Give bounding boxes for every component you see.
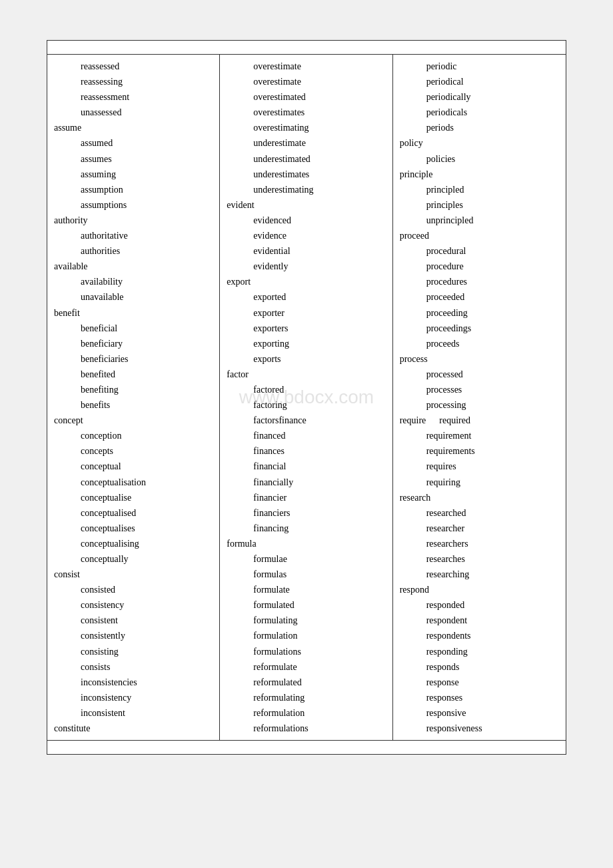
list-item: overestimate xyxy=(253,74,385,89)
list-item: benefits xyxy=(81,397,213,413)
list-item: consistently xyxy=(81,628,213,643)
list-item: factoring xyxy=(253,397,385,413)
list-item: formulae xyxy=(253,551,385,567)
list-item: factorsfinance xyxy=(253,413,385,428)
list-item: benefiting xyxy=(81,382,213,397)
list-item: formulas xyxy=(253,567,385,582)
list-item: procedure xyxy=(426,259,559,274)
list-item: financier xyxy=(253,490,385,505)
list-item: consisting xyxy=(81,644,213,659)
list-item: inconsistency xyxy=(81,690,213,705)
list-item: underestimated xyxy=(253,151,385,167)
list-item: requirements xyxy=(426,443,559,459)
list-item: periodically xyxy=(426,89,559,105)
list-item: responds xyxy=(426,659,559,675)
list-item: respondent xyxy=(426,613,559,628)
list-item: procedural xyxy=(426,243,559,259)
list-item: exporter xyxy=(253,305,385,321)
list-item: conceptual xyxy=(81,459,213,474)
list-item: requirement xyxy=(426,428,559,443)
list-item: underestimate xyxy=(253,135,385,151)
list-item: proceeded xyxy=(426,289,559,305)
list-item: conceptualises xyxy=(81,521,213,536)
list-item: policy xyxy=(400,135,559,151)
list-item: factored xyxy=(253,382,385,397)
column-3: periodic periodical periodically periodi… xyxy=(393,55,566,740)
list-item: consist xyxy=(54,567,213,582)
list-item: evidently xyxy=(253,259,385,274)
list-item: inconsistent xyxy=(81,705,213,721)
list-item: formulate xyxy=(253,582,385,597)
list-item: requires xyxy=(426,459,559,474)
list-item: available xyxy=(54,259,213,274)
list-item: conceptually xyxy=(81,551,213,567)
list-item: formulating xyxy=(253,613,385,628)
list-item: formulated xyxy=(253,597,385,613)
list-item: researched xyxy=(426,505,559,521)
column-1: reassessed reassessing reassessment unas… xyxy=(47,55,220,740)
list-item: researcher xyxy=(426,521,559,536)
list-item: consisted xyxy=(81,582,213,597)
list-item: financed xyxy=(253,428,385,443)
list-item: formulation xyxy=(253,628,385,643)
list-item: reassessing xyxy=(81,74,213,89)
list-item: conceptualise xyxy=(81,490,213,505)
list-item: consistency xyxy=(81,597,213,613)
list-item: proceeds xyxy=(426,336,559,351)
list-item: availability xyxy=(81,274,213,289)
list-item: authoritative xyxy=(81,228,213,243)
list-item: conceptualised xyxy=(81,505,213,521)
list-item: reformulation xyxy=(253,705,385,721)
list-item: processing xyxy=(426,397,559,413)
list-item: reformulate xyxy=(253,659,385,675)
list-item: responses xyxy=(426,690,559,705)
list-item: factor xyxy=(227,367,385,382)
list-item: conceptualising xyxy=(81,536,213,551)
list-item: inconsistencies xyxy=(81,675,213,690)
word-table: reassessed reassessing reassessment unas… xyxy=(47,54,566,741)
list-item: evidence xyxy=(253,228,385,243)
list-item: financially xyxy=(253,475,385,490)
list-item: conception xyxy=(81,428,213,443)
list-item: responding xyxy=(426,644,559,659)
list-item: responded xyxy=(426,597,559,613)
list-item: finances xyxy=(253,443,385,459)
list-item: evidential xyxy=(253,243,385,259)
list-item: reformulations xyxy=(253,721,385,736)
list-item: assumption xyxy=(81,182,213,197)
list-item: evidenced xyxy=(253,213,385,228)
list-item: overestimated xyxy=(253,89,385,105)
list-item: formula xyxy=(227,536,385,551)
list-item: requirerequired xyxy=(400,413,559,428)
list-item: assuming xyxy=(81,167,213,182)
list-item: financial xyxy=(253,459,385,474)
list-item: conceptualisation xyxy=(81,475,213,490)
list-item: periods xyxy=(426,120,559,135)
list-item: responsiveness xyxy=(426,721,559,736)
list-item: overestimating xyxy=(253,120,385,135)
list-item: requiring xyxy=(426,475,559,490)
list-item: policies xyxy=(426,151,559,167)
list-item: overestimates xyxy=(253,105,385,120)
list-item: research xyxy=(400,490,559,505)
list-item: reassessment xyxy=(81,89,213,105)
list-item: assumes xyxy=(81,151,213,167)
list-item: export xyxy=(227,274,385,289)
list-item: concepts xyxy=(81,443,213,459)
list-item: processed xyxy=(426,367,559,382)
list-item: beneficiary xyxy=(81,336,213,351)
list-item: researching xyxy=(426,567,559,582)
list-item: periodicals xyxy=(426,105,559,120)
page: www.bdocx.com reassessed reassessing rea… xyxy=(47,40,566,755)
list-item: reformulating xyxy=(253,690,385,705)
list-item: procedures xyxy=(426,274,559,289)
list-item: proceedings xyxy=(426,321,559,336)
list-item: processes xyxy=(426,382,559,397)
list-item: underestimating xyxy=(253,182,385,197)
list-item: exports xyxy=(253,351,385,367)
list-item: researchers xyxy=(426,536,559,551)
list-item: respondents xyxy=(426,628,559,643)
list-item: principled xyxy=(426,182,559,197)
list-item: consistent xyxy=(81,613,213,628)
list-item: periodical xyxy=(426,74,559,89)
